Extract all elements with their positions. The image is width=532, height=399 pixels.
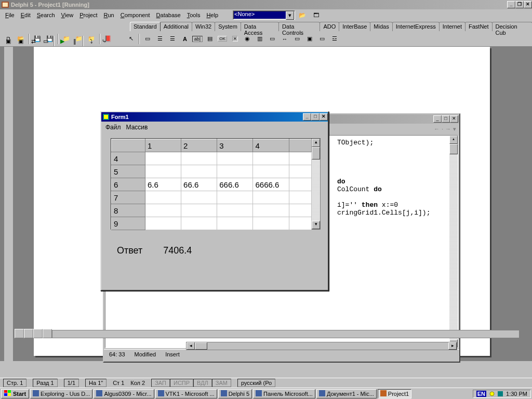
taskbar-button[interactable]: VTK1 - Microsoft ... xyxy=(155,389,217,398)
print-view-icon[interactable] xyxy=(33,329,43,338)
grid-cell[interactable] xyxy=(145,204,181,217)
pointer-icon[interactable]: ↖ xyxy=(125,33,137,45)
grid-cell[interactable] xyxy=(253,152,289,165)
stringgrid[interactable]: 12344566.666.6666.66666.6789 ▴ ▾ xyxy=(111,138,321,230)
word-hscroll[interactable] xyxy=(52,330,520,338)
tab-data-access[interactable]: Data Access xyxy=(241,22,279,31)
tab-additional[interactable]: Additional xyxy=(160,22,192,31)
grid-cell[interactable] xyxy=(181,191,217,204)
form-maximize-button[interactable]: □ xyxy=(311,113,320,121)
combobox-icon[interactable]: ▭ xyxy=(267,33,278,45)
grid-cell[interactable] xyxy=(145,152,181,165)
frame-icon[interactable]: ▭ xyxy=(142,33,153,45)
grid-cell[interactable] xyxy=(253,191,289,204)
minimize-button[interactable]: _ xyxy=(507,1,515,8)
project-dropdown[interactable]: <None> xyxy=(233,10,295,20)
row-header[interactable]: 7 xyxy=(112,191,145,204)
tab-fastnet[interactable]: FastNet xyxy=(465,22,493,31)
form-menu-массив[interactable]: Массив xyxy=(126,124,148,131)
open-dropdown-icon[interactable]: 📂 xyxy=(297,9,308,21)
code-hscroll[interactable]: ◂ ▸ xyxy=(186,342,457,350)
row-header[interactable]: 9 xyxy=(112,217,145,230)
nav-fwd-icon[interactable]: → xyxy=(445,126,451,132)
label-icon[interactable]: A xyxy=(179,33,191,45)
vscroll-up-icon[interactable]: ▴ xyxy=(449,136,458,144)
tab-midas[interactable]: Midas xyxy=(370,22,392,31)
form-close-button[interactable]: ✕ xyxy=(320,113,328,121)
view-unit-icon[interactable]: ▣ xyxy=(3,35,14,47)
menu-component[interactable]: Component xyxy=(117,11,153,19)
hscroll-right-icon[interactable]: ▸ xyxy=(448,342,457,350)
grid-cell[interactable] xyxy=(145,217,181,230)
listbox-icon[interactable]: ▥ xyxy=(254,33,265,45)
code-close-button[interactable]: ✕ xyxy=(450,115,458,123)
groupbox-icon[interactable]: ▭ xyxy=(291,33,303,45)
checkbox-icon[interactable]: ✕ xyxy=(229,33,241,45)
row-header[interactable]: 8 xyxy=(112,204,145,217)
tray-icon-1[interactable] xyxy=(489,391,495,396)
view-form-icon[interactable]: ▣ xyxy=(15,35,26,47)
form1-window[interactable]: Form1 _ □ ✕ ФайлМассив 12344566.666.6666… xyxy=(100,111,329,291)
row-header[interactable]: 6 xyxy=(112,178,145,191)
menu-view[interactable]: View xyxy=(58,11,77,19)
col-header[interactable]: 2 xyxy=(181,139,217,152)
tab-standard[interactable]: Standard xyxy=(130,22,161,31)
grid-cell[interactable] xyxy=(217,191,253,204)
taskbar-button[interactable]: Панель Microsoft... xyxy=(253,389,315,398)
row-header[interactable]: 4 xyxy=(112,152,145,165)
outline-view-icon[interactable] xyxy=(43,329,52,338)
stepin-icon[interactable]: ⤷ xyxy=(98,35,110,47)
grid-cell[interactable] xyxy=(217,165,253,178)
hscroll-left-icon[interactable]: ◂ xyxy=(187,342,195,350)
memo-icon[interactable]: ▤ xyxy=(204,33,216,45)
grid-cell[interactable] xyxy=(145,165,181,178)
grid-cell[interactable]: 66.6 xyxy=(181,178,217,191)
tab-ado[interactable]: ADO xyxy=(320,22,339,31)
grid-cell[interactable] xyxy=(253,217,289,230)
popupmenu-icon[interactable]: ☰ xyxy=(167,33,178,45)
newform-icon[interactable]: ▭ xyxy=(40,35,51,47)
restore-button[interactable]: ❐ xyxy=(515,1,524,8)
radio-icon[interactable]: ◉ xyxy=(242,33,253,45)
close-button[interactable]: ✕ xyxy=(524,1,532,8)
tab-data-controls[interactable]: Data Controls xyxy=(278,22,320,31)
stepover-icon[interactable]: ⤵ xyxy=(86,35,97,47)
nav-dropdown-icon[interactable]: ▾ xyxy=(453,126,456,132)
edit-icon[interactable]: ab| xyxy=(192,33,203,45)
col-header[interactable]: 3 xyxy=(217,139,253,152)
form-menu-файл[interactable]: Файл xyxy=(105,124,121,131)
run-icon[interactable]: ▶ xyxy=(57,35,68,47)
menu-tools[interactable]: Tools xyxy=(184,11,204,19)
taskbar-button[interactable]: Exploring - Uus D... xyxy=(30,389,92,398)
grid-cell[interactable] xyxy=(145,191,181,204)
menu-database[interactable]: Database xyxy=(153,11,184,19)
grid-scroll-up-icon[interactable]: ▴ xyxy=(312,139,320,147)
tab-decision-cub[interactable]: Decision Cub xyxy=(492,22,532,31)
hscroll-thumb[interactable] xyxy=(195,342,207,350)
code-maximize-button[interactable]: □ xyxy=(442,115,450,123)
vscroll-thumb[interactable] xyxy=(449,144,458,154)
grid-cell[interactable] xyxy=(181,165,217,178)
panel-icon[interactable]: ▭ xyxy=(316,33,328,45)
grid-cell[interactable]: 666.6 xyxy=(217,178,253,191)
form-minimize-button[interactable]: _ xyxy=(303,113,311,121)
lang-indicator[interactable]: EN xyxy=(476,391,486,397)
start-button[interactable]: Start xyxy=(1,389,29,398)
tab-win32[interactable]: Win32 xyxy=(192,22,215,31)
toggle-icon[interactable]: ⇄ xyxy=(28,35,39,47)
grid-cell[interactable] xyxy=(217,217,253,230)
tab-interbase[interactable]: InterBase xyxy=(339,22,370,31)
grid-cell[interactable] xyxy=(181,217,217,230)
web-view-icon[interactable] xyxy=(24,329,33,338)
grid-cell[interactable]: 6.6 xyxy=(145,178,181,191)
taskbar-button[interactable]: Документ1 - Mic... xyxy=(316,389,377,398)
col-header[interactable]: 1 xyxy=(145,139,181,152)
grid-cell[interactable]: 6666.6 xyxy=(253,178,289,191)
col-header[interactable]: 4 xyxy=(253,139,289,152)
normal-view-icon[interactable] xyxy=(15,329,24,338)
grid-cell[interactable] xyxy=(253,165,289,178)
tab-internetexpress[interactable]: InternetExpress xyxy=(392,22,440,31)
grid-cell[interactable] xyxy=(181,152,217,165)
tab-system[interactable]: System xyxy=(215,22,241,31)
grid-scroll-thumb[interactable] xyxy=(312,147,320,159)
